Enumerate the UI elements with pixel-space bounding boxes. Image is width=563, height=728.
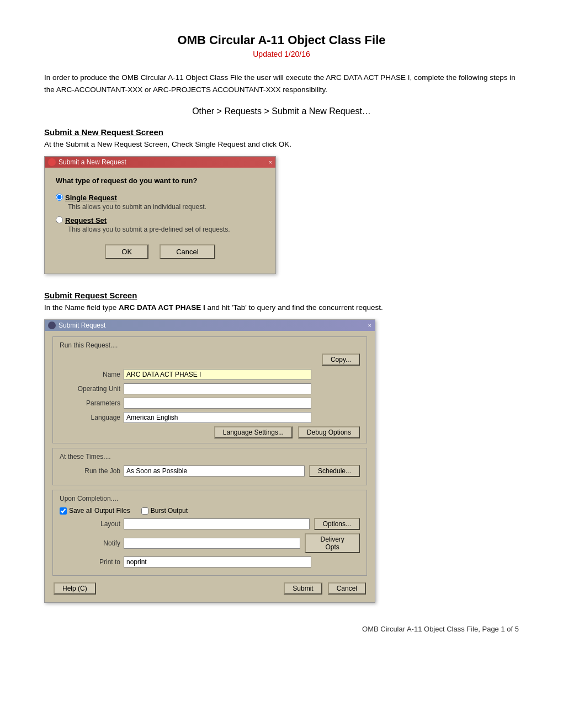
- run-job-input[interactable]: [124, 465, 305, 477]
- section1-desc: At the Submit a New Request Screen, Chec…: [44, 140, 519, 148]
- submit-request-dialog: Submit Request × Run this Request.... Co…: [44, 319, 375, 603]
- single-request-option: Single Request This allows you to submit…: [56, 194, 264, 211]
- layout-row: Layout Options...: [60, 518, 360, 530]
- dialog1-title: Submit a New Request: [59, 158, 126, 166]
- burst-output-checkbox[interactable]: [141, 507, 148, 515]
- burst-output-label: Burst Output: [141, 507, 188, 515]
- intro-text: In order to produce the OMB Circular A-1…: [44, 72, 519, 95]
- dialog2-titlebar: Submit Request ×: [45, 320, 375, 331]
- request-set-desc: This allows you to submit a pre-defined …: [68, 226, 264, 233]
- footer-text: OMB Circular A-11 Object Class File, Pag…: [44, 625, 519, 633]
- layout-label: Layout: [60, 520, 120, 528]
- dialog1-icon: [48, 158, 56, 166]
- single-request-label: Single Request: [65, 194, 117, 202]
- parameters-row: Parameters: [60, 398, 360, 409]
- copy-button[interactable]: Copy...: [322, 354, 360, 366]
- copy-btn-row: Copy...: [60, 354, 360, 366]
- right-buttons: Submit Cancel: [284, 582, 366, 595]
- layout-input[interactable]: [124, 518, 310, 529]
- language-settings-button[interactable]: Language Settings...: [214, 426, 293, 438]
- nav-path: Other > Requests > Submit a New Request…: [44, 106, 519, 116]
- help-button[interactable]: Help (C): [54, 582, 96, 595]
- print-to-row: Print to: [60, 556, 360, 568]
- name-input[interactable]: [124, 369, 311, 380]
- cancel-button[interactable]: Cancel: [160, 244, 215, 259]
- single-request-desc: This allows you to submit an individual …: [68, 203, 264, 211]
- notify-input[interactable]: [124, 538, 300, 549]
- operating-unit-row: Operating Unit: [60, 383, 360, 394]
- section2: Submit Request Screen In the Name field …: [44, 291, 519, 603]
- section1-heading: Submit a New Request Screen: [44, 127, 519, 137]
- output-checkboxes: Save all Output Files Burst Output: [60, 507, 360, 515]
- parameters-input[interactable]: [124, 398, 311, 409]
- operating-unit-input[interactable]: [124, 383, 311, 394]
- dialog1-buttons: OK Cancel: [56, 244, 264, 265]
- section2-desc-bold: ARC DATA ACT PHASE I: [119, 303, 205, 312]
- dialog1-question: What type of request do you want to run?: [56, 176, 264, 185]
- ok-button[interactable]: OK: [105, 244, 148, 259]
- save-output-label: Save all Output Files: [60, 507, 130, 515]
- submit-new-request-dialog: Submit a New Request × What type of requ…: [44, 156, 276, 274]
- name-label: Name: [60, 371, 120, 378]
- bottom-btn-bar: Help (C) Submit Cancel: [52, 580, 367, 597]
- print-to-input[interactable]: [124, 556, 311, 568]
- request-set-label: Request Set: [65, 216, 107, 224]
- save-output-checkbox[interactable]: [60, 507, 67, 515]
- dialog2-inner: Run this Request.... Copy... Name Operat…: [45, 331, 375, 602]
- at-these-times-label: At these Times....: [60, 453, 360, 461]
- run-job-row: Run the Job Schedule...: [60, 465, 360, 477]
- run-this-request-section: Run this Request.... Copy... Name Operat…: [52, 336, 367, 443]
- delivery-opts-button[interactable]: Delivery Opts: [305, 533, 360, 553]
- language-input[interactable]: [124, 412, 311, 423]
- run-section-label: Run this Request....: [60, 341, 360, 349]
- schedule-button[interactable]: Schedule...: [309, 465, 360, 477]
- section1: Submit a New Request Screen At the Submi…: [44, 127, 519, 274]
- dialog2-close-icon[interactable]: ×: [368, 322, 371, 329]
- print-to-label: Print to: [60, 558, 120, 566]
- upon-completion-label: Upon Completion....: [60, 495, 360, 502]
- notify-label: Notify: [60, 539, 120, 547]
- submit-button[interactable]: Submit: [284, 582, 322, 595]
- dialog2-cancel-button[interactable]: Cancel: [328, 582, 366, 595]
- upon-completion-section: Upon Completion.... Save all Output File…: [52, 490, 367, 576]
- name-row: Name: [60, 369, 360, 380]
- single-request-radio[interactable]: [56, 194, 63, 201]
- at-these-times-section: At these Times.... Run the Job Schedule.…: [52, 448, 367, 485]
- options-button[interactable]: Options...: [314, 518, 360, 530]
- request-set-radio[interactable]: [56, 216, 63, 223]
- section2-desc-suffix: and hit 'Tab' to query and find the conc…: [205, 303, 383, 312]
- section2-desc-prefix: In the Name field type: [44, 303, 119, 312]
- run-job-label: Run the Job: [60, 467, 120, 475]
- lang-debug-buttons: Language Settings... Debug Options: [60, 426, 360, 438]
- page-title: OMB Circular A-11 Object Class File: [44, 33, 519, 47]
- request-set-option: Request Set This allows you to submit a …: [56, 216, 264, 233]
- debug-options-button[interactable]: Debug Options: [298, 426, 360, 438]
- parameters-label: Parameters: [60, 399, 120, 407]
- notify-row: Notify Delivery Opts: [60, 533, 360, 553]
- save-output-text: Save all Output Files: [69, 507, 130, 515]
- burst-output-text: Burst Output: [151, 507, 188, 515]
- dialog1-close-icon[interactable]: ×: [269, 159, 272, 165]
- dialog2-title: Submit Request: [59, 322, 105, 329]
- dialog2-icon: [48, 322, 56, 329]
- dialog1-titlebar: Submit a New Request ×: [45, 157, 275, 168]
- page-subtitle: Updated 1/20/16: [44, 50, 519, 58]
- language-row: Language: [60, 412, 360, 423]
- dialog1-content: What type of request do you want to run?…: [45, 168, 275, 274]
- section2-heading: Submit Request Screen: [44, 291, 519, 300]
- operating-unit-label: Operating Unit: [60, 385, 120, 393]
- section2-desc: In the Name field type ARC DATA ACT PHAS…: [44, 303, 519, 312]
- language-label: Language: [60, 414, 120, 421]
